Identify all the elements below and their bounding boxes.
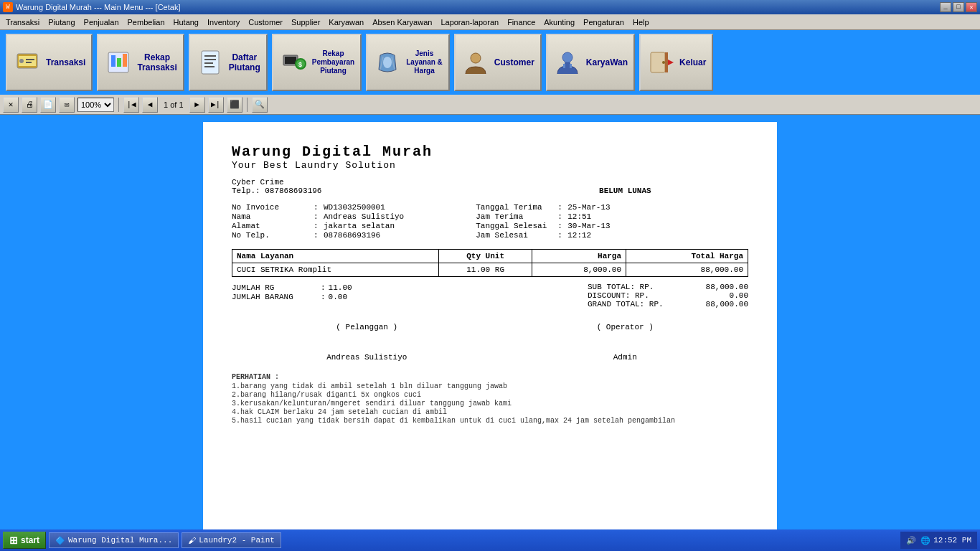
next-page-btn[interactable]: ▶	[189, 97, 205, 113]
nav-jenis-layanan[interactable]: Jenis Layanan & Harga	[366, 34, 450, 91]
last-page-btn[interactable]: ▶|	[208, 97, 224, 113]
jumlah-barang-row: JUMLAH BARANG : 0.00	[232, 293, 352, 301]
svg-point-26	[662, 61, 665, 64]
close-button[interactable]: ✕	[966, 2, 977, 12]
taskbar-warung-icon: 🔷	[55, 536, 65, 545]
main-toolbar: Transaksi Rekap Transaksi Daftar Piutang	[0, 30, 980, 95]
nav-transaksi[interactable]: Transaksi	[6, 34, 93, 91]
operator-name: Admin	[597, 353, 654, 362]
svg-point-18	[383, 57, 392, 68]
svg-marker-27	[668, 60, 674, 65]
alamat-row: Alamat : jakarta selatan	[232, 222, 404, 230]
menu-supplier[interactable]: Supplier	[287, 17, 324, 28]
menu-help[interactable]: Help	[628, 17, 654, 28]
svg-rect-4	[26, 62, 32, 63]
taskbar-paint[interactable]: 🖌 Laundry2 - Paint	[182, 532, 281, 548]
menu-hutang[interactable]: Hutang	[169, 17, 203, 28]
menu-bar: Transaksi Piutang Penjualan Pembelian Hu…	[0, 14, 980, 30]
email-btn[interactable]: ✉	[59, 97, 75, 113]
prev-page-btn[interactable]: ◀	[142, 97, 158, 113]
sub-total-row: SUB TOTAL: RP. 88,000.00	[588, 283, 748, 291]
svg-point-2	[19, 59, 24, 63]
svg-rect-8	[123, 54, 127, 67]
system-tray: 🔊 🌐 12:52 PM	[900, 532, 977, 549]
taskbar-paint-icon: 🖌	[188, 536, 196, 545]
svg-rect-22	[563, 64, 565, 68]
col-nama-layanan: Nama Layanan	[232, 250, 439, 263]
jumlah-barang-label: JUMLAH BARANG	[232, 293, 318, 301]
tanggal-selesai-label: Tanggal Selesai	[476, 222, 555, 230]
totals-right: SUB TOTAL: RP. 88,000.00 DISCOUNT: RP. 0…	[588, 283, 748, 309]
menu-finance[interactable]: Finance	[503, 17, 540, 28]
nav-rekap-transaksi[interactable]: Rekap Transaksi	[97, 34, 184, 91]
jam-terima-row: Jam Terima : 12:51	[476, 212, 610, 221]
menu-pengaturan[interactable]: Pengaturan	[579, 17, 628, 28]
svg-rect-7	[117, 58, 121, 67]
rekap-transaksi-label: Rekap Transaksi	[137, 52, 176, 73]
tanggal-selesai-row: Tanggal Selesai : 30-Mar-13	[476, 222, 610, 230]
stop-btn[interactable]: ⬛	[227, 97, 242, 113]
taskbar-warung[interactable]: 🔷 Warung Digital Mura...	[49, 532, 179, 548]
no-telp-row: No Telp. : 087868693196	[232, 231, 404, 240]
menu-penjualan[interactable]: Penjualan	[80, 17, 123, 28]
grand-total-label: GRAND TOTAL: RP.	[588, 300, 688, 309]
pelanggan-label: ( Pelanggan )	[326, 323, 407, 331]
note-4: 4.hak CLAIM berlaku 24 jam setelah cucia…	[232, 408, 748, 416]
no-telp-label: No Telp.	[232, 231, 311, 240]
first-page-btn[interactable]: |◀	[123, 97, 139, 113]
nav-daftar-piutang[interactable]: Daftar Piutang	[189, 34, 268, 91]
close-report-btn[interactable]: ✕	[3, 97, 19, 113]
no-telp-value: 087868693196	[324, 231, 404, 240]
jam-terima-label: Jam Terima	[476, 212, 555, 221]
menu-transaksi[interactable]: Transaksi	[1, 17, 44, 28]
menu-absen[interactable]: Absen Karyawan	[368, 17, 436, 28]
svg-rect-21	[565, 62, 570, 70]
print-btn[interactable]: 🖨	[22, 97, 37, 113]
menu-laporan[interactable]: Laporan-laporan	[436, 17, 503, 28]
save-pdf-btn[interactable]: 📄	[40, 97, 56, 113]
search-report-btn[interactable]: 🔍	[252, 97, 268, 113]
nama-row: Nama : Andreas Sulistiyo	[232, 212, 404, 221]
menu-piutang[interactable]: Piutang	[44, 17, 79, 28]
minimize-button[interactable]: _	[940, 2, 951, 12]
nav-keluar[interactable]: Keluar	[639, 34, 713, 91]
customer-label: Customer	[494, 57, 534, 67]
daftar-piutang-icon	[196, 48, 225, 77]
nav-customer[interactable]: Customer	[454, 34, 542, 91]
discount-value: 0.00	[691, 291, 748, 300]
notes-section: PERHATIAN : 1.barang yang tidak di ambil…	[232, 373, 748, 425]
menu-karyawan[interactable]: Karyawan	[324, 17, 368, 28]
menu-customer[interactable]: Customer	[244, 17, 287, 28]
taskbar-warung-label: Warung Digital Mura...	[68, 536, 172, 545]
transaksi-label: Transaksi	[46, 57, 85, 67]
report-toolbar: ✕ 🖨 📄 ✉ 100% 75% 50% 150% |◀ ◀ 1 of 1 ▶ …	[0, 95, 980, 115]
content-area: Warung Digital Murah Your Best Laundry S…	[0, 115, 980, 534]
svg-point-20	[562, 52, 573, 62]
branch-name: Cyber Crime	[232, 178, 748, 187]
nav-rekap-pembayaran[interactable]: $ Rekap Pembayaran Piutang	[272, 34, 362, 91]
note-5: 5.hasil cucian yang tidak bersih dapat d…	[232, 417, 748, 425]
menu-pembelian[interactable]: Pembelian	[123, 17, 169, 28]
title-bar: W Warung Digital Murah --- Main Menu ---…	[0, 0, 980, 14]
telp-label: Telp.:	[232, 187, 260, 195]
tray-icons: 🔊 🌐	[906, 536, 931, 545]
pelanggan-name: Andreas Sulistiyo	[326, 353, 407, 362]
item-qty: 11.00 RG	[438, 263, 532, 277]
maximize-button[interactable]: □	[953, 2, 964, 12]
menu-akunting[interactable]: Akunting	[540, 17, 579, 28]
company-name: Warung Digital Murah	[232, 143, 748, 160]
menu-inventory[interactable]: Inventory	[203, 17, 244, 28]
jenis-layanan-icon	[373, 48, 402, 77]
sep2	[247, 98, 248, 112]
no-invoice-value: WD13032500001	[324, 203, 404, 212]
karyawan-icon	[553, 48, 582, 77]
totals-section: JUMLAH RG : 11.00 JUMLAH BARANG : 0.00 S…	[232, 283, 748, 309]
nav-karyawan[interactable]: KaryaWan	[546, 34, 635, 91]
item-total: 88,000.00	[626, 263, 748, 277]
table-row: CUCI SETRIKA Romplit 11.00 RG 8,000.00 8…	[232, 263, 748, 277]
page-total: 1	[179, 100, 183, 109]
start-button[interactable]: ⊞ start	[3, 532, 46, 549]
zoom-select[interactable]: 100% 75% 50% 150%	[77, 98, 114, 112]
tanggal-terima-row: Tanggal Terima : 25-Mar-13	[476, 203, 610, 212]
jam-selesai-row: Jam Selesai : 12:12	[476, 231, 610, 240]
